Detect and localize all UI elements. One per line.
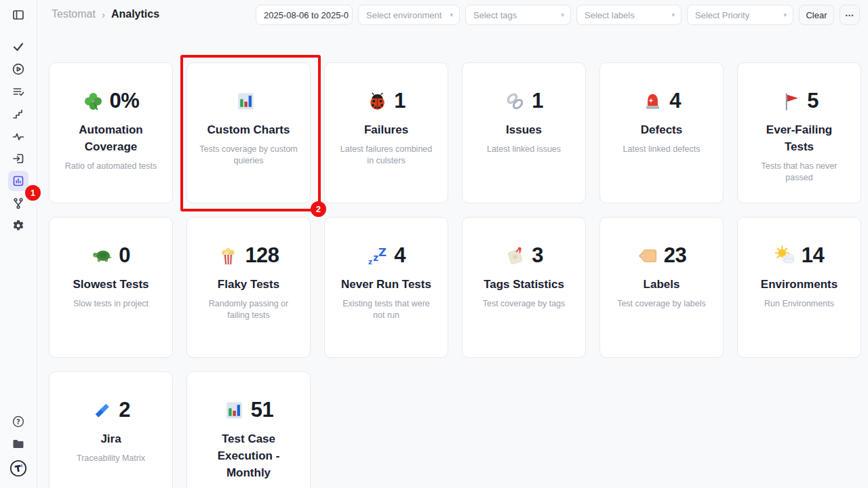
analytics-grid: 0% Automation Coverage Ratio of automate… xyxy=(49,62,861,488)
page-title: Analytics xyxy=(111,8,159,20)
card-value: 2 xyxy=(119,398,130,422)
svg-text:?: ? xyxy=(16,418,20,426)
labels-select[interactable]: Select labels ▾ xyxy=(576,5,682,25)
card-value: 1 xyxy=(394,89,406,113)
svg-text:z: z xyxy=(368,257,372,265)
sidebar-bottom: ? xyxy=(0,415,36,477)
chevron-down-icon: ▾ xyxy=(450,12,453,18)
svg-text:Z: Z xyxy=(378,245,387,258)
card-description: Latest linked issues xyxy=(462,144,585,155)
label-icon xyxy=(637,245,658,266)
card-custom-charts[interactable]: Custom Charts Tests coverage by custom q… xyxy=(186,62,311,203)
card-value: 1 xyxy=(532,89,543,113)
card-value: 4 xyxy=(669,89,681,113)
card-title: Ever-Failing Tests xyxy=(738,121,861,155)
card-description: Existing tests that were not run xyxy=(325,298,448,321)
link-icon xyxy=(505,91,526,112)
sidebar-item-import[interactable] xyxy=(8,152,28,165)
logo-icon[interactable] xyxy=(8,460,28,477)
card-title: Test Case Execution - Monthly xyxy=(187,430,310,481)
analytics-page: ? 1 Testomat › Analytics 2025-08-06 to 2… xyxy=(0,0,868,488)
sidebar-item-settings[interactable] xyxy=(8,219,28,232)
flag-icon xyxy=(780,91,801,112)
card-labels[interactable]: 23 Labels Test coverage by labels xyxy=(599,217,724,358)
card-description: Test coverage by labels xyxy=(600,298,723,310)
sun-cloud-icon xyxy=(774,245,795,266)
card-title: Jira xyxy=(50,430,172,447)
filter-bar: 2025-08-06 to 2025-0 Select environment … xyxy=(256,5,860,25)
card-title: Labels xyxy=(600,276,723,293)
clover-icon xyxy=(83,91,104,112)
card-failures[interactable]: 1 Failures Latest failures combined in c… xyxy=(324,62,448,203)
card-automation-coverage[interactable]: 0% Automation Coverage Ratio of automate… xyxy=(49,62,173,203)
zzz-icon: zzZ xyxy=(367,245,388,266)
card-value: 0% xyxy=(110,89,140,113)
siren-icon xyxy=(642,91,663,112)
card-title: Flaky Tests xyxy=(187,276,310,293)
card-description: Randomly passing or failing tests xyxy=(187,298,310,321)
priority-placeholder: Select Priority xyxy=(695,10,749,20)
card-value: 3 xyxy=(532,243,543,268)
card-issues[interactable]: 1 Issues Latest linked issues xyxy=(462,62,586,203)
sidebar-toggle-icon[interactable] xyxy=(8,8,28,22)
card-description: Latest linked defects xyxy=(600,144,723,155)
card-description: Test coverage by tags xyxy=(462,298,585,310)
card-title: Issues xyxy=(462,121,585,138)
card-title: Defects xyxy=(600,121,723,138)
card-flaky-tests[interactable]: 128 Flaky Tests Randomly passing or fail… xyxy=(186,217,311,358)
turtle-icon xyxy=(92,245,113,266)
popcorn-icon xyxy=(218,245,239,266)
clear-button[interactable]: Clear xyxy=(799,5,834,25)
topbar: Testomat › Analytics 2025-08-06 to 2025-… xyxy=(37,0,868,30)
sidebar-item-check[interactable] xyxy=(8,40,28,54)
sidebar: ? xyxy=(0,0,37,488)
card-description: Tests that has never passed xyxy=(738,161,861,184)
folder-icon[interactable] xyxy=(8,437,28,451)
more-button[interactable]: ⋯ xyxy=(840,5,860,25)
card-value: 14 xyxy=(802,243,824,268)
bookmark-icon xyxy=(505,245,526,266)
chevron-down-icon: ▾ xyxy=(561,12,564,18)
breadcrumb-app-link[interactable]: Testomat xyxy=(52,8,96,20)
card-never-run-tests[interactable]: zzZ 4 Never Run Tests Existing tests tha… xyxy=(324,217,448,358)
sidebar-item-runs[interactable] xyxy=(8,62,28,76)
card-environments[interactable]: 14 Environments Run Environments xyxy=(737,217,861,358)
environment-select[interactable]: Select environment ▾ xyxy=(358,5,460,25)
bar-chart-icon xyxy=(224,400,245,421)
step-1-badge: 1 xyxy=(25,185,41,201)
card-value: 5 xyxy=(807,89,818,113)
card-value: 4 xyxy=(394,243,406,268)
card-title: Environments xyxy=(738,276,861,293)
card-value: 23 xyxy=(664,243,686,268)
sidebar-item-steps[interactable] xyxy=(8,107,28,121)
card-slowest-tests[interactable]: 0 Slowest Tests Slow tests in project xyxy=(49,217,173,358)
breadcrumb-separator: › xyxy=(102,9,105,20)
priority-select[interactable]: Select Priority ▾ xyxy=(687,5,793,25)
jira-icon xyxy=(92,400,113,421)
sidebar-item-analytics[interactable] xyxy=(8,171,28,191)
card-title: Tags Statistics xyxy=(462,276,585,293)
tags-placeholder: Select tags xyxy=(473,10,517,20)
card-tags-statistics[interactable]: 3 Tags Statistics Test coverage by tags xyxy=(462,217,586,358)
card-ever-failing-tests[interactable]: 5 Ever-Failing Tests Tests that has neve… xyxy=(737,62,861,203)
card-description: Ratio of automated tests xyxy=(50,161,172,172)
card-title: Custom Charts xyxy=(187,121,310,138)
labels-placeholder: Select labels xyxy=(585,10,635,20)
date-range-input[interactable]: 2025-08-06 to 2025-0 xyxy=(256,5,353,25)
bar-chart-icon xyxy=(235,91,256,112)
sidebar-item-branches[interactable] xyxy=(8,197,28,210)
ladybug-icon xyxy=(367,91,388,112)
sidebar-nav xyxy=(8,40,28,232)
card-description: Tests coverage by custom quieries xyxy=(187,144,310,167)
tags-select[interactable]: Select tags ▾ xyxy=(465,5,571,25)
card-jira[interactable]: 2 Jira Traceability Matrix xyxy=(49,371,173,488)
card-title: Failures xyxy=(325,121,448,138)
card-test-case-execution-monthly[interactable]: 51 Test Case Execution - Monthly xyxy=(186,371,311,488)
card-defects[interactable]: 4 Defects Latest linked defects xyxy=(599,62,724,203)
card-description: Slow tests in project xyxy=(50,298,172,310)
help-icon[interactable]: ? xyxy=(8,415,28,428)
chevron-down-icon: ▾ xyxy=(671,12,675,18)
sidebar-item-pulse[interactable] xyxy=(8,129,28,143)
sidebar-item-testplans[interactable] xyxy=(8,85,28,98)
card-description: Latest failures combined in culsters xyxy=(325,144,448,167)
